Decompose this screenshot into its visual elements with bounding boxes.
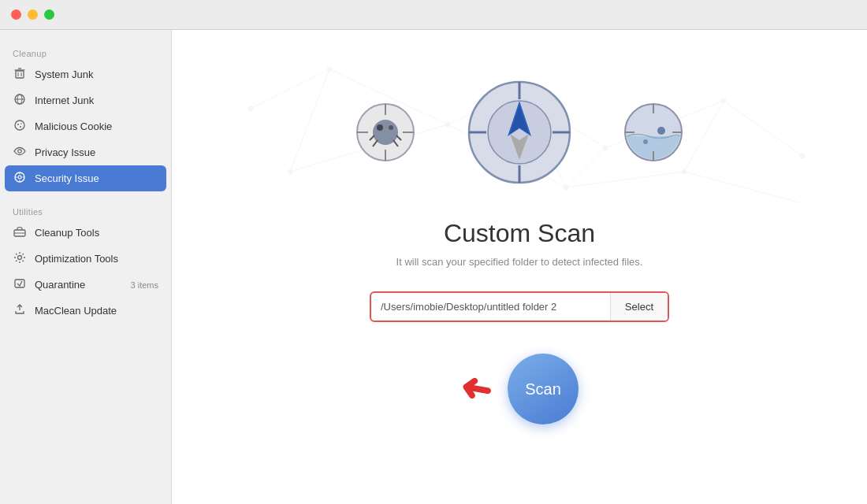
- cookie-icon: [13, 119, 27, 134]
- gear-icon: [13, 251, 27, 266]
- folder-select-button[interactable]: Select: [610, 293, 668, 321]
- svg-line-35: [251, 69, 329, 109]
- sidebar-item-malicious-cookie-label: Malicious Cookie: [35, 120, 158, 132]
- svg-point-14: [18, 176, 21, 179]
- sidebar-item-cleanup-tools-label: Cleanup Tools: [35, 227, 158, 239]
- sidebar-item-cleanup-tools[interactable]: Cleanup Tools: [0, 220, 171, 246]
- main-content: Custom Scan It will scan your specified …: [172, 30, 867, 504]
- svg-line-27: [724, 101, 802, 156]
- svg-point-37: [327, 67, 332, 72]
- svg-rect-0: [16, 71, 24, 78]
- svg-point-10: [20, 126, 21, 128]
- toolbox-icon: [13, 225, 27, 240]
- sidebar-item-internet-junk[interactable]: Internet Junk: [0, 87, 171, 113]
- bug-scan-icon: [354, 101, 417, 164]
- svg-line-34: [684, 101, 724, 172]
- svg-point-54: [389, 125, 393, 130]
- svg-point-73: [643, 139, 648, 144]
- scan-button[interactable]: Scan: [508, 354, 579, 424]
- app-container: Cleanup System Junk: [0, 30, 867, 504]
- sidebar-item-quarantine-label: Quarantine: [35, 279, 123, 291]
- svg-line-31: [684, 172, 802, 203]
- close-button[interactable]: [11, 9, 21, 20]
- svg-point-9: [17, 124, 19, 125]
- sidebar-item-security-issue-label: Security Issue: [35, 172, 158, 184]
- svg-point-11: [20, 123, 22, 124]
- shield-scan-icon: [13, 171, 27, 186]
- svg-point-12: [18, 150, 21, 153]
- minimize-button[interactable]: [28, 9, 38, 20]
- water-scan-icon: [622, 101, 685, 164]
- sidebar-item-security-issue[interactable]: Security Issue: [5, 165, 166, 191]
- cleanup-section-label: Cleanup: [0, 43, 171, 61]
- sidebar-item-system-junk[interactable]: System Junk: [0, 61, 171, 87]
- svg-line-36: [290, 69, 329, 172]
- scan-subtitle: It will scan your specified folder to de…: [396, 256, 643, 268]
- scan-arrow-icon: ➜: [457, 368, 495, 410]
- sidebar-item-macclean-update[interactable]: MacClean Update: [0, 298, 171, 324]
- sidebar-item-internet-junk-label: Internet Junk: [35, 94, 158, 106]
- compass-scan-icon: [464, 77, 575, 187]
- sidebar: Cleanup System Junk: [0, 30, 172, 504]
- sidebar-item-malicious-cookie[interactable]: Malicious Cookie: [0, 113, 171, 139]
- scan-button-wrap: ➜ Scan: [460, 354, 579, 424]
- titlebar: [0, 0, 867, 30]
- folder-path-input[interactable]: [371, 293, 610, 321]
- sidebar-item-privacy-issue[interactable]: Privacy Issue: [0, 139, 171, 165]
- svg-point-53: [377, 124, 383, 131]
- scan-title: Custom Scan: [444, 219, 595, 248]
- sidebar-item-macclean-update-label: MacClean Update: [35, 305, 158, 317]
- eye-icon: [13, 145, 27, 160]
- svg-point-21: [18, 256, 22, 260]
- trash-icon: [13, 67, 27, 82]
- sidebar-item-optimization-tools-label: Optimization Tools: [35, 253, 158, 265]
- quarantine-badge: 3 items: [131, 280, 158, 290]
- utilities-section-label: Utilities: [0, 201, 171, 220]
- sidebar-item-optimization-tools[interactable]: Optimization Tools: [0, 246, 171, 272]
- maximize-button[interactable]: [44, 9, 54, 20]
- svg-point-46: [248, 106, 253, 111]
- svg-point-72: [657, 127, 665, 135]
- folder-input-row: Select: [370, 291, 669, 322]
- globe-icon: [13, 93, 27, 108]
- quarantine-icon: [13, 277, 27, 292]
- svg-point-45: [288, 169, 292, 174]
- svg-point-41: [721, 98, 726, 103]
- sidebar-item-privacy-issue-label: Privacy Issue: [35, 146, 158, 158]
- sidebar-item-quarantine[interactable]: Quarantine 3 items: [0, 272, 171, 298]
- svg-point-42: [800, 154, 805, 158]
- update-icon: [13, 303, 27, 318]
- sidebar-item-system-junk-label: System Junk: [35, 69, 158, 80]
- svg-point-8: [15, 120, 24, 130]
- scan-icons-row: [354, 77, 685, 187]
